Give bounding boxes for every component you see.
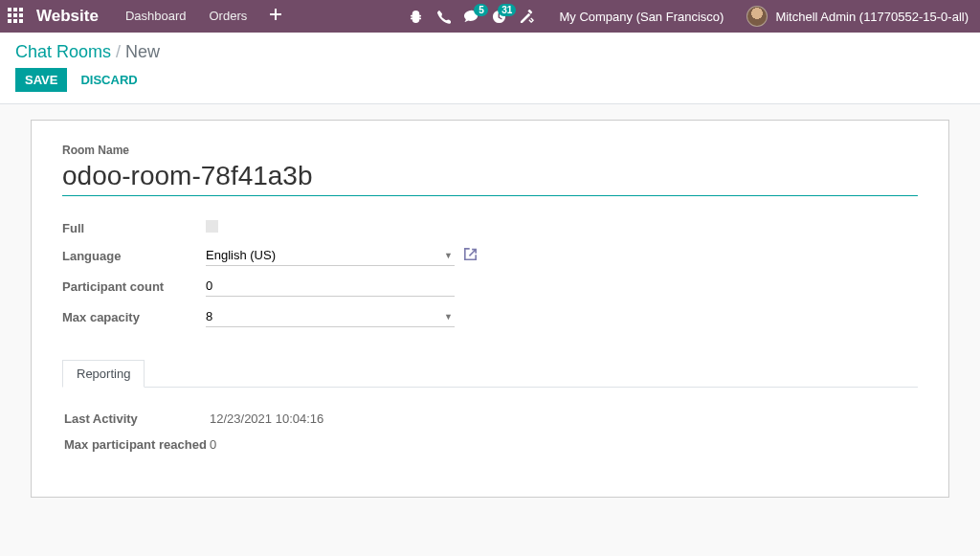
max-capacity-label: Max capacity	[62, 301, 206, 332]
full-label: Full	[62, 215, 206, 240]
user-name: Mitchell Admin (11770552-15-0-all)	[775, 10, 969, 24]
notebook-tabs: Reporting	[62, 359, 918, 388]
tab-reporting[interactable]: Reporting	[62, 360, 145, 388]
main-navbar: Website Dashboard Orders 5 31 My Company…	[0, 0, 980, 33]
activities-badge: 31	[498, 4, 516, 16]
nav-dashboard[interactable]: Dashboard	[114, 0, 198, 33]
messaging-icon[interactable]: 5	[464, 10, 479, 24]
max-participant-reached-value: 0	[210, 433, 323, 456]
user-avatar	[746, 6, 768, 27]
nav-orders[interactable]: Orders	[197, 0, 258, 33]
control-panel: Chat Rooms / New Save Discard	[0, 33, 980, 104]
nav-new-content[interactable]	[258, 0, 293, 33]
discard-button[interactable]: Discard	[71, 68, 146, 92]
last-activity-value: 12/23/2021 10:04:16	[210, 407, 323, 431]
breadcrumb-current: New	[125, 42, 160, 61]
form-view: Room Name Full Language ▼	[0, 104, 980, 513]
debug-tools-icon[interactable]	[520, 10, 534, 24]
svg-rect-1	[270, 13, 281, 15]
systray: 5 31	[409, 10, 534, 24]
max-capacity-select[interactable]	[206, 306, 455, 327]
breadcrumb-separator: /	[116, 42, 125, 61]
language-label: Language	[62, 240, 206, 271]
breadcrumb-parent[interactable]: Chat Rooms	[15, 42, 111, 61]
room-name-input[interactable]	[62, 159, 918, 196]
phone-icon[interactable]	[436, 10, 451, 24]
activities-icon[interactable]: 31	[492, 10, 506, 24]
user-menu[interactable]: Mitchell Admin (11770552-15-0-all)	[735, 6, 972, 27]
company-switcher[interactable]: My Company (San Francisco)	[547, 10, 735, 24]
breadcrumb: Chat Rooms / New	[15, 42, 965, 62]
save-button[interactable]: Save	[15, 68, 67, 92]
full-checkbox[interactable]	[206, 220, 218, 233]
messaging-badge: 5	[474, 4, 488, 16]
plus-icon	[270, 9, 281, 20]
language-select[interactable]	[206, 245, 455, 266]
form-sheet: Room Name Full Language ▼	[31, 120, 949, 498]
debug-icon[interactable]	[409, 10, 423, 24]
max-participant-reached-label: Max participant reached	[64, 433, 208, 456]
external-link-icon	[464, 248, 477, 260]
last-activity-label: Last Activity	[64, 407, 208, 431]
app-brand[interactable]: Website	[36, 7, 99, 26]
apps-icon[interactable]	[8, 8, 25, 25]
participant-count-label: Participant count	[62, 271, 206, 301]
language-external-link[interactable]	[464, 249, 477, 263]
participant-count-input[interactable]	[206, 276, 455, 297]
room-name-label: Room Name	[62, 144, 918, 157]
